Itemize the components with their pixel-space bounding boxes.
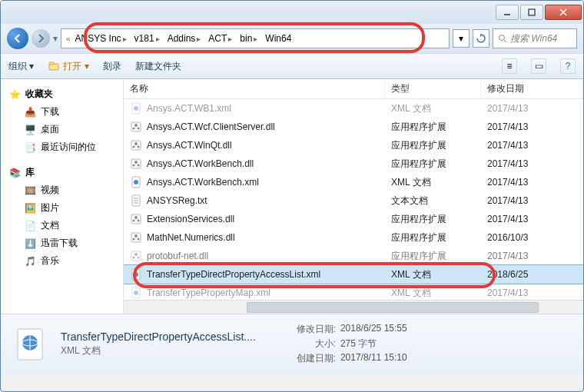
table-row[interactable]: TransferTypePropertyMap.xmlXML 文档2017/4/… bbox=[124, 284, 583, 300]
sidebar-item-music[interactable]: 🎵音乐 bbox=[1, 252, 123, 270]
details-properties: 修改日期:2018/6/25 15:55 大小:275 字节 创建日期:2017… bbox=[290, 323, 407, 365]
svg-rect-7 bbox=[49, 62, 54, 65]
table-row[interactable]: Ansys.ACT.WB1.xmlXML 文档2017/4/13 bbox=[124, 99, 583, 118]
svg-line-5 bbox=[504, 40, 506, 42]
file-type: 文本文档 bbox=[385, 194, 481, 208]
file-type: XML 文档 bbox=[385, 176, 481, 189]
sidebar-item-xunlei[interactable]: ⬇️迅雷下载 bbox=[1, 234, 123, 252]
sidebar-item-recent[interactable]: 📑最近访问的位 bbox=[1, 138, 123, 156]
back-button[interactable] bbox=[7, 28, 28, 49]
breadcrumb-segment: v181▸ bbox=[131, 32, 163, 45]
sidebar-item-documents[interactable]: 📄文档 bbox=[1, 217, 123, 234]
recent-icon: 📑 bbox=[24, 141, 36, 154]
help-button[interactable]: ? bbox=[560, 58, 576, 74]
horizontal-scrollbar[interactable] bbox=[124, 300, 583, 314]
svg-point-12 bbox=[133, 128, 135, 130]
table-row[interactable]: Ansys.ACT.WorkBench.xmlXML 文档2017/4/13 bbox=[124, 173, 583, 191]
refresh-button[interactable] bbox=[473, 29, 489, 48]
sidebar-favorites[interactable]: ⭐收藏夹 bbox=[1, 85, 123, 103]
new-folder-button[interactable]: 新建文件夹 bbox=[135, 60, 181, 73]
svg-point-4 bbox=[499, 35, 505, 41]
sidebar-item-desktop[interactable]: 🖥️桌面 bbox=[1, 121, 123, 138]
file-date: 2017/4/13 bbox=[481, 287, 580, 298]
explorer-window: ▾ « ANSYS Inc▸ v181▸ Addins▸ ACT▸ bin▸ W… bbox=[0, 0, 584, 392]
address-dropdown[interactable]: ▾ bbox=[453, 29, 470, 48]
table-row[interactable]: TransferTypeDirectPropertyAccessList.xml… bbox=[124, 265, 583, 284]
chevron-right-icon: ▸ bbox=[156, 35, 160, 43]
svg-point-11 bbox=[134, 124, 138, 127]
star-icon: ⭐ bbox=[8, 88, 21, 101]
file-name: Ansys.ACT.WB1.xml bbox=[147, 103, 231, 114]
open-icon bbox=[48, 60, 60, 72]
file-icon bbox=[130, 231, 142, 244]
file-date: 2017/4/13 bbox=[481, 177, 580, 188]
file-icon bbox=[130, 158, 142, 170]
svg-point-34 bbox=[133, 238, 135, 241]
table-row[interactable]: protobuf-net.dll应用程序扩展2017/4/13 bbox=[124, 247, 583, 265]
table-row[interactable]: Ansys.ACT.WinQt.dll应用程序扩展2017/4/13 bbox=[124, 136, 583, 154]
preview-pane-button[interactable]: ▭ bbox=[531, 58, 546, 74]
svg-point-43 bbox=[134, 291, 138, 295]
svg-point-33 bbox=[134, 234, 138, 238]
svg-point-23 bbox=[134, 180, 138, 184]
forward-button[interactable] bbox=[32, 29, 50, 48]
details-filename: TransferTypeDirectPropertyAccessList.... bbox=[61, 331, 256, 343]
maximize-button[interactable] bbox=[520, 5, 543, 20]
view-options-button[interactable]: ≡ bbox=[502, 58, 517, 74]
svg-point-13 bbox=[138, 128, 140, 130]
file-type: 应用程序扩展 bbox=[385, 121, 481, 134]
column-name[interactable]: 名称 bbox=[124, 79, 385, 98]
title-bar bbox=[1, 1, 583, 24]
minimize-button[interactable] bbox=[496, 5, 519, 20]
search-input[interactable]: 搜索 Win64 bbox=[493, 28, 577, 48]
file-date: 2017/4/13 bbox=[481, 158, 580, 169]
library-icon: 📚 bbox=[8, 167, 21, 179]
file-date: 2017/4/13 bbox=[481, 140, 580, 151]
file-icon bbox=[130, 213, 142, 225]
nav-history-dropdown[interactable]: ▾ bbox=[53, 33, 58, 44]
svg-point-38 bbox=[133, 257, 135, 259]
scrollbar-thumb[interactable] bbox=[247, 302, 539, 313]
svg-point-37 bbox=[134, 253, 138, 256]
sidebar-item-videos[interactable]: 🎞️视频 bbox=[1, 181, 123, 199]
download-icon: 📥 bbox=[24, 106, 36, 118]
file-name: Ansys.ACT.WorkBench.xml bbox=[147, 177, 259, 188]
details-pane: TransferTypeDirectPropertyAccessList....… bbox=[1, 314, 583, 374]
file-name: protobuf-net.dll bbox=[147, 251, 208, 261]
file-large-icon bbox=[10, 324, 50, 364]
sidebar-item-pictures[interactable]: 🖼️图片 bbox=[1, 199, 123, 217]
file-list[interactable]: Ansys.ACT.WB1.xmlXML 文档2017/4/13Ansys.AC… bbox=[124, 99, 583, 300]
file-name: MathNet.Numerics.dll bbox=[147, 232, 235, 243]
svg-point-41 bbox=[134, 272, 138, 277]
video-icon: 🎞️ bbox=[24, 184, 36, 197]
table-row[interactable]: ExtensionServices.dll应用程序扩展2017/4/13 bbox=[124, 210, 583, 228]
sidebar-libraries[interactable]: 📚库 bbox=[1, 164, 123, 181]
file-date: 2017/4/13 bbox=[481, 121, 580, 132]
file-name: ExtensionServices.dll bbox=[147, 214, 234, 224]
column-type[interactable]: 类型 bbox=[385, 79, 481, 98]
file-icon bbox=[130, 194, 142, 207]
breadcrumb-overflow[interactable]: « bbox=[66, 35, 71, 43]
breadcrumb[interactable]: « ANSYS Inc▸ v181▸ Addins▸ ACT▸ bin▸ Win… bbox=[61, 28, 450, 48]
burn-button[interactable]: 刻录 bbox=[103, 60, 121, 73]
table-row[interactable]: ANSYSReg.txt文本文档2017/4/13 bbox=[124, 191, 583, 210]
organize-button[interactable]: 组织 ▾ bbox=[8, 60, 34, 73]
table-row[interactable]: Ansys.ACT.WorkBench.dll应用程序扩展2017/4/13 bbox=[124, 154, 583, 173]
sidebar-item-downloads[interactable]: 📥下载 bbox=[1, 103, 123, 121]
table-row[interactable]: Ansys.ACT.Wcf.ClientServer.dll应用程序扩展2017… bbox=[124, 118, 583, 136]
file-date: 2017/4/13 bbox=[481, 103, 580, 114]
file-icon bbox=[130, 102, 142, 115]
file-icon bbox=[130, 287, 142, 299]
svg-point-19 bbox=[134, 161, 138, 164]
open-button[interactable]: 打开 ▾ bbox=[48, 60, 88, 73]
content-area: ⭐收藏夹 📥下载 🖥️桌面 📑最近访问的位 📚库 🎞️视频 🖼️图片 📄文档 ⬇… bbox=[1, 79, 583, 314]
file-date: 2017/4/13 bbox=[481, 195, 580, 206]
close-button[interactable] bbox=[545, 5, 582, 20]
table-row[interactable]: MathNet.Numerics.dll应用程序扩展2016/10/3 bbox=[124, 228, 583, 247]
column-date[interactable]: 修改日期 bbox=[481, 79, 583, 98]
music-icon: 🎵 bbox=[24, 255, 36, 267]
file-name: TransferTypePropertyMap.xml bbox=[147, 287, 270, 298]
breadcrumb-segment: Win64 bbox=[262, 32, 294, 45]
svg-point-39 bbox=[138, 257, 140, 259]
file-type: XML 文档 bbox=[385, 287, 481, 300]
